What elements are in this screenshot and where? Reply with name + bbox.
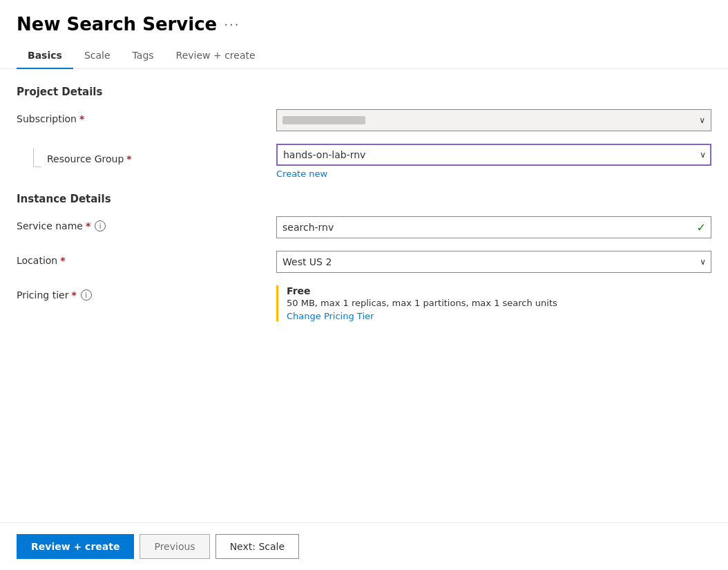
resource-group-control: hands-on-lab-rnv ∨ Create new	[276, 144, 711, 179]
project-details-title: Project Details	[17, 86, 711, 98]
service-name-label: Service name * i	[17, 220, 265, 231]
subscription-control: ∨	[276, 109, 711, 131]
location-select[interactable]: West US 2	[276, 251, 711, 273]
pricing-tier-info-icon[interactable]: i	[81, 289, 92, 301]
tabs-bar: Basics Scale Tags Review + create	[0, 43, 728, 69]
location-label: Location *	[17, 255, 265, 266]
form-content: Project Details Subscription * ∨ Resourc…	[0, 69, 728, 522]
subscription-chevron-icon: ∨	[699, 115, 705, 125]
next-scale-button[interactable]: Next: Scale	[215, 534, 299, 559]
service-name-required: *	[86, 220, 90, 231]
tab-tags[interactable]: Tags	[122, 43, 165, 69]
location-row: Location * West US 2 ∨	[17, 251, 711, 273]
location-label-col: Location *	[17, 251, 265, 266]
service-name-info-icon[interactable]: i	[95, 220, 106, 231]
create-new-link[interactable]: Create new	[276, 169, 327, 179]
pricing-description: 50 MB, max 1 replicas, max 1 partitions,…	[287, 298, 557, 308]
footer: Review + create Previous Next: Scale	[0, 522, 728, 570]
subscription-blur	[282, 116, 365, 124]
ellipsis-menu-icon[interactable]: ···	[224, 17, 240, 32]
previous-button: Previous	[140, 534, 209, 559]
service-name-row: Service name * i ✓	[17, 216, 711, 238]
tab-review-create[interactable]: Review + create	[165, 43, 267, 69]
pricing-tier-control: Free 50 MB, max 1 replicas, max 1 partit…	[276, 285, 711, 321]
pricing-tier-row: Pricing tier * i Free 50 MB, max 1 repli…	[17, 285, 711, 321]
subscription-label: Subscription *	[17, 113, 265, 124]
service-name-input-wrapper: ✓	[276, 216, 711, 238]
service-name-control: ✓	[276, 216, 711, 238]
pricing-info: Free 50 MB, max 1 replicas, max 1 partit…	[276, 285, 711, 321]
change-pricing-tier-link[interactable]: Change Pricing Tier	[287, 311, 557, 321]
resource-group-required: *	[126, 153, 131, 164]
page-title: New Search Service	[17, 14, 217, 35]
tab-scale[interactable]: Scale	[73, 43, 122, 69]
location-select-wrapper[interactable]: West US 2 ∨	[276, 251, 711, 273]
page-header: New Search Service ···	[0, 0, 728, 43]
pricing-tier-required: *	[71, 289, 76, 301]
location-control: West US 2 ∨	[276, 251, 711, 273]
pricing-content: Free 50 MB, max 1 replicas, max 1 partit…	[287, 285, 557, 321]
service-name-label-col: Service name * i	[17, 216, 265, 231]
connector-line	[33, 148, 41, 167]
resource-group-label: Resource Group *	[47, 153, 132, 164]
pricing-tier-label: Pricing tier * i	[17, 289, 265, 301]
subscription-required: *	[79, 113, 84, 124]
pricing-tier-label-col: Pricing tier * i	[17, 285, 265, 301]
tab-basics[interactable]: Basics	[17, 43, 73, 69]
pricing-tier-name: Free	[287, 285, 557, 296]
resource-group-label-col: Resource Group *	[17, 144, 265, 167]
instance-details-title: Instance Details	[17, 193, 711, 205]
pricing-bar	[276, 285, 278, 321]
location-required: *	[60, 255, 65, 266]
resource-group-select-wrapper[interactable]: hands-on-lab-rnv ∨	[276, 144, 711, 166]
subscription-row: Subscription * ∨	[17, 109, 711, 131]
subscription-select-wrapper[interactable]: ∨	[276, 109, 711, 131]
review-create-button[interactable]: Review + create	[17, 534, 134, 559]
service-name-input[interactable]	[276, 216, 711, 238]
subscription-label-col: Subscription *	[17, 109, 265, 124]
resource-group-row: Resource Group * hands-on-lab-rnv ∨ Crea…	[17, 144, 711, 179]
resource-group-select[interactable]: hands-on-lab-rnv	[276, 144, 711, 166]
service-name-check-icon: ✓	[697, 221, 706, 234]
